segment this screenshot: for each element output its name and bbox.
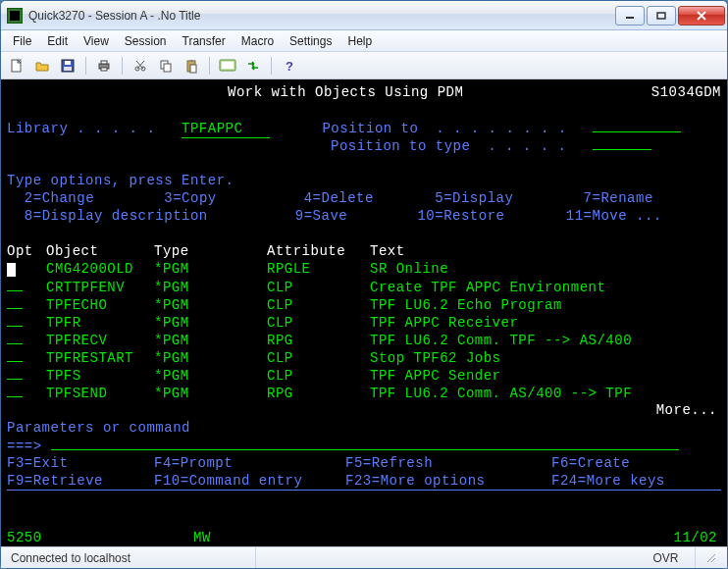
cell-text: TPF LU6.2 Echo Program xyxy=(370,296,713,314)
position-to-type-label: Position to type . . . . . xyxy=(331,138,566,154)
cell-object: CMG4200OLD xyxy=(46,260,154,278)
statusbar: Connected to localhost OVR xyxy=(1,546,727,568)
svg-rect-14 xyxy=(189,60,193,62)
separator xyxy=(85,57,86,75)
print-button[interactable] xyxy=(94,56,114,76)
cell-object: TPFECHO xyxy=(46,296,154,314)
option-field[interactable] xyxy=(7,260,46,278)
open-folder-icon xyxy=(34,58,50,74)
cell-text: TPF APPC Receiver xyxy=(370,314,713,332)
separator xyxy=(271,57,272,75)
terminal-screen[interactable]: Work with Objects Using PDMS1034GDM Libr… xyxy=(1,79,727,546)
options-line-2: 8=Display description 9=Save 10=Restore … xyxy=(7,207,721,225)
scissors-icon xyxy=(132,58,148,74)
open-button[interactable] xyxy=(32,56,52,76)
paste-icon xyxy=(183,58,199,74)
save-button[interactable] xyxy=(58,56,78,76)
maximize-icon xyxy=(656,12,666,20)
status-ovr: OVR xyxy=(637,547,696,568)
titlebar[interactable]: Quick3270 - Session A - .No Title xyxy=(1,1,727,30)
separator xyxy=(122,57,123,75)
option-field[interactable] xyxy=(7,366,46,385)
menu-file[interactable]: File xyxy=(5,32,39,50)
cell-type: *PGM xyxy=(154,314,267,332)
options-line-1: 2=Change 3=Copy 4=Delete 5=Display 7=Ren… xyxy=(7,189,721,207)
help-button[interactable]: ? xyxy=(280,56,299,76)
option-field[interactable] xyxy=(7,348,46,367)
close-button[interactable] xyxy=(678,6,725,26)
svg-text:?: ? xyxy=(286,59,293,74)
status-mode: 5250 xyxy=(7,529,125,546)
option-field[interactable] xyxy=(7,313,46,332)
option-field[interactable] xyxy=(7,384,46,402)
transfer-arrows-icon xyxy=(245,58,261,74)
menu-view[interactable]: View xyxy=(76,32,117,50)
more-indicator: More... xyxy=(7,401,721,419)
status-resize-grip[interactable] xyxy=(696,547,727,568)
svg-rect-8 xyxy=(101,68,107,71)
svg-rect-4 xyxy=(65,61,71,65)
copy-button[interactable] xyxy=(156,56,176,76)
printer-icon xyxy=(96,58,112,74)
cell-attribute: RPG xyxy=(267,332,370,349)
table-row: TPFSEND*PGMRPGTPF LU6.2 Comm. AS/400 -->… xyxy=(7,384,721,401)
new-button[interactable] xyxy=(7,56,26,76)
table-row: TPFRECV*PGMRPGTPF LU6.2 Comm. TPF --> AS… xyxy=(7,331,721,348)
cell-type: *PGM xyxy=(154,296,267,314)
resize-grip-icon xyxy=(705,552,717,564)
cell-text: TPF LU6.2 Comm. TPF --> AS/400 xyxy=(370,332,713,349)
paste-button[interactable] xyxy=(182,56,201,76)
position-to-field[interactable] xyxy=(593,119,681,132)
new-file-icon xyxy=(9,58,25,74)
minimize-button[interactable] xyxy=(615,6,645,26)
maximize-button[interactable] xyxy=(647,6,676,26)
command-prompt: ===> xyxy=(7,439,42,454)
svg-rect-1 xyxy=(657,13,665,19)
svg-rect-15 xyxy=(190,65,196,73)
position-to-label: Position to . . . . . . . . xyxy=(322,121,566,136)
status-5250: 5250 MW 11/02 xyxy=(7,529,721,546)
svg-rect-0 xyxy=(626,17,634,19)
menu-macro[interactable]: Macro xyxy=(234,32,282,50)
app-window: Quick3270 - Session A - .No Title File E… xyxy=(0,0,728,569)
system-id: S1034GDM xyxy=(651,83,721,101)
command-field[interactable] xyxy=(51,437,679,450)
app-icon xyxy=(7,8,23,24)
status-connection: Connected to localhost xyxy=(1,547,256,568)
table-row: TPFECHO*PGMCLPTPF LU6.2 Echo Program xyxy=(7,295,721,313)
cell-text: TPF APPC Sender xyxy=(370,367,713,385)
cell-object: TPFS xyxy=(46,367,154,385)
cell-object: TPFSEND xyxy=(46,385,154,402)
cell-object: TPFRECV xyxy=(46,332,154,349)
svg-rect-7 xyxy=(101,61,107,64)
fkeys-line-1: F3=ExitF4=PromptF5=RefreshF6=Create xyxy=(7,454,721,472)
menu-transfer[interactable]: Transfer xyxy=(175,32,234,50)
cell-attribute: CLP xyxy=(267,314,370,332)
cell-attribute: CLP xyxy=(267,367,370,385)
cell-attribute: CLP xyxy=(267,349,370,367)
table-row: TPFS*PGMCLPTPF APPC Sender xyxy=(7,366,721,384)
menu-help[interactable]: Help xyxy=(339,32,380,50)
transfer-button[interactable] xyxy=(243,56,263,76)
cut-button[interactable] xyxy=(130,56,150,76)
svg-rect-12 xyxy=(164,64,171,72)
status-indicator: MW xyxy=(193,530,211,545)
cell-object: TPFR xyxy=(46,314,154,332)
object-list: CMG4200OLD*PGMRPGLESR OnlineCRTTPFENV*PG… xyxy=(7,260,721,401)
menu-settings[interactable]: Settings xyxy=(282,32,339,50)
position-to-type-field[interactable] xyxy=(593,136,651,150)
svg-rect-5 xyxy=(64,67,72,71)
menu-session[interactable]: Session xyxy=(117,32,175,50)
menu-edit[interactable]: Edit xyxy=(39,32,76,50)
cell-object: CRTTPFENV xyxy=(46,279,154,296)
close-icon xyxy=(696,11,707,21)
window-controls xyxy=(613,6,725,26)
option-field[interactable] xyxy=(7,331,46,349)
option-field[interactable] xyxy=(7,278,46,296)
option-field[interactable] xyxy=(7,295,46,314)
table-row: TPFR*PGMCLPTPF APPC Receiver xyxy=(7,313,721,331)
library-label: Library . . . . . xyxy=(7,121,155,136)
cell-attribute: CLP xyxy=(267,296,370,314)
cell-type: *PGM xyxy=(154,260,267,278)
screen-toggle-button[interactable] xyxy=(218,56,237,76)
